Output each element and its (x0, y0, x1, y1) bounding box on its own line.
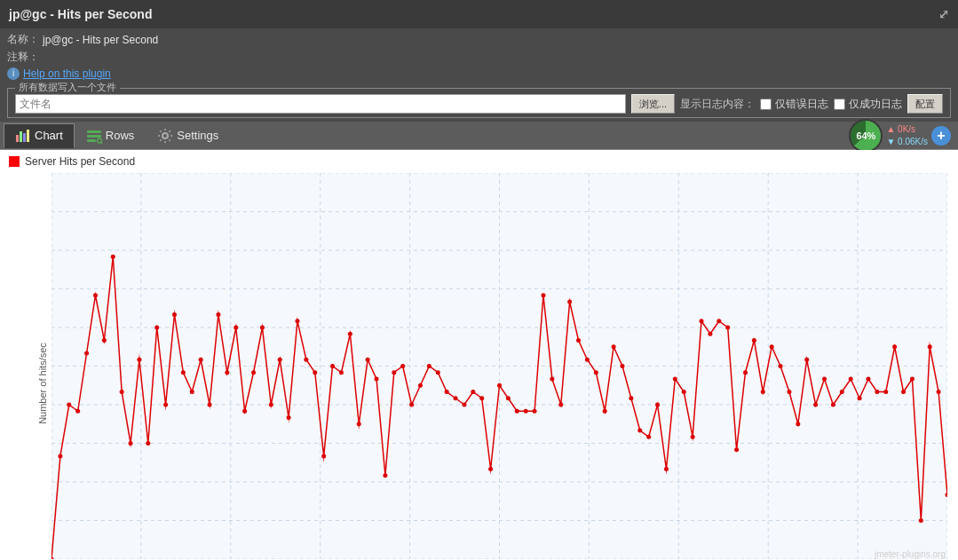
svg-rect-2 (23, 133, 26, 142)
help-row: i Help on this plugin (7, 67, 951, 80)
speed-box: ▲ 0K/s ▼ 0.06K/s (886, 123, 928, 148)
name-value: jp@gc - Hits per Second (43, 34, 158, 46)
log-label: 显示日志内容： (680, 97, 755, 112)
file-row: 浏览... 显示日志内容： 仅错误日志 仅成功日志 配置 (15, 94, 943, 114)
line-chart-canvas (51, 173, 947, 559)
svg-point-9 (162, 133, 168, 138)
legend-color-square (9, 156, 20, 167)
watermark: jmeter-plugins.org (875, 549, 946, 559)
chart-area: Server Hits per Second Number of hits/se… (0, 150, 958, 560)
name-label: 名称： (7, 32, 43, 47)
settings-tab-icon (157, 128, 173, 144)
file-group-legend: 所有数据写入一个文件 (15, 81, 120, 94)
svg-rect-4 (87, 130, 101, 133)
window-title: jp@gc - Hits per Second (9, 7, 152, 21)
rows-tab-icon (86, 128, 102, 144)
config-button[interactable]: 配置 (907, 94, 943, 114)
tab-settings[interactable]: Settings (146, 123, 230, 148)
speed-up: ▲ 0K/s (886, 123, 928, 136)
chart-title-text: Server Hits per Second (25, 155, 135, 168)
speed-down: ▼ 0.06K/s (886, 136, 928, 148)
svg-rect-0 (16, 135, 19, 142)
svg-rect-6 (87, 139, 96, 142)
browse-button[interactable]: 浏览... (631, 94, 675, 114)
info-icon: i (7, 67, 20, 80)
file-section: 所有数据写入一个文件 浏览... 显示日志内容： 仅错误日志 仅成功日志 配置 (0, 86, 958, 122)
error-log-label: 仅错误日志 (775, 97, 828, 112)
chart-tab-icon (15, 128, 31, 144)
tab-chart-label: Chart (35, 129, 63, 142)
success-log-label: 仅成功日志 (849, 97, 902, 112)
file-input[interactable] (15, 94, 626, 114)
progress-percent: 64% (856, 130, 875, 141)
error-log-group: 仅错误日志 (760, 97, 828, 112)
name-row: 名称： jp@gc - Hits per Second (7, 32, 951, 47)
success-log-checkbox[interactable] (834, 99, 845, 110)
success-log-group: 仅成功日志 (834, 97, 902, 112)
svg-line-8 (101, 142, 102, 144)
progress-circle: 64% (849, 119, 883, 153)
tab-settings-label: Settings (177, 129, 218, 142)
comment-row: 注释： (7, 50, 951, 65)
tab-chart[interactable]: Chart (4, 123, 75, 148)
plus-button[interactable]: + (931, 126, 951, 146)
status-widget: 64% ▲ 0K/s ▼ 0.06K/s + (849, 119, 951, 153)
error-log-checkbox[interactable] (760, 99, 772, 110)
form-section: 名称： jp@gc - Hits per Second 注释： i Help o… (0, 28, 958, 86)
svg-rect-3 (27, 130, 29, 142)
tab-rows-label: Rows (106, 129, 135, 142)
expand-icon[interactable]: ⤢ (938, 7, 949, 21)
title-bar: jp@gc - Hits per Second ⤢ (0, 0, 958, 28)
file-group: 所有数据写入一个文件 浏览... 显示日志内容： 仅错误日志 仅成功日志 配置 (7, 88, 951, 118)
y-axis-label: Number of hits/sec (37, 343, 48, 424)
chart-title-row: Server Hits per Second (0, 150, 958, 170)
svg-rect-5 (87, 135, 101, 138)
svg-rect-1 (20, 131, 22, 142)
svg-point-7 (97, 138, 101, 143)
help-link[interactable]: Help on this plugin (23, 67, 111, 80)
comment-label: 注释： (7, 50, 43, 65)
tab-rows[interactable]: Rows (75, 123, 146, 148)
tab-bar: Chart Rows Settings 64% ▲ 0K/s ▼ (0, 122, 958, 150)
